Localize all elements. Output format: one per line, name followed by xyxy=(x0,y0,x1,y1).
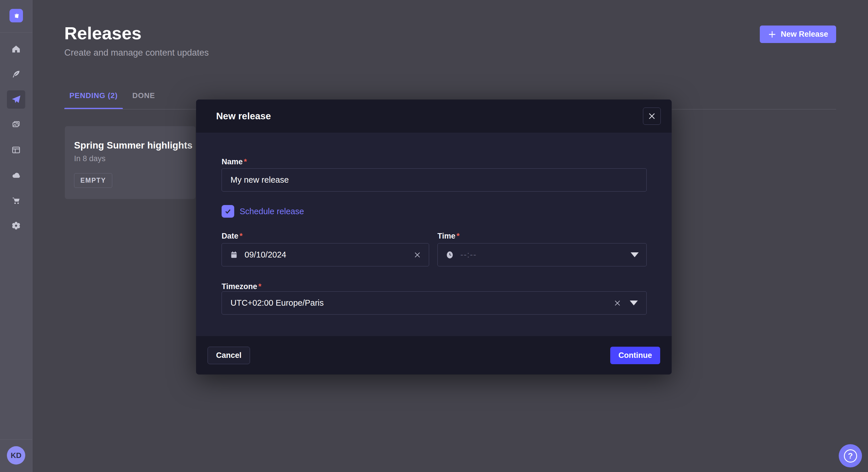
tab-done[interactable]: DONE xyxy=(132,91,155,100)
new-release-button[interactable]: New Release xyxy=(760,26,836,43)
home-icon xyxy=(11,44,21,54)
sidebar-item-deploy[interactable] xyxy=(7,166,25,184)
quill-icon xyxy=(11,70,21,79)
strapi-logo[interactable] xyxy=(9,9,23,22)
sidebar-item-releases[interactable] xyxy=(7,90,25,109)
new-release-modal: New release Name* Schedule release Date*… xyxy=(196,100,672,374)
sidebar-nav xyxy=(0,40,32,235)
page-title: Releases xyxy=(64,23,142,43)
clock-icon xyxy=(445,250,454,259)
modal-header: New release xyxy=(196,100,672,133)
chevron-down-icon xyxy=(630,301,638,305)
calendar-icon xyxy=(229,250,238,259)
cancel-button[interactable]: Cancel xyxy=(208,347,250,364)
required-marker: * xyxy=(457,232,460,240)
name-input[interactable] xyxy=(222,168,647,192)
sidebar-item-settings[interactable] xyxy=(7,216,25,235)
date-picker[interactable]: 09/10/2024 xyxy=(222,243,429,266)
sidebar-divider xyxy=(0,32,32,33)
images-icon xyxy=(11,120,21,129)
new-release-label: New Release xyxy=(781,30,828,39)
release-card-badge: EMPTY xyxy=(74,173,112,188)
schedule-release-row[interactable]: Schedule release xyxy=(222,205,304,217)
timezone-value: UTC+02:00 Europe/Paris xyxy=(230,298,324,308)
sidebar-item-marketplace[interactable] xyxy=(7,191,25,210)
cart-icon xyxy=(11,196,21,205)
help-button[interactable]: ? xyxy=(839,444,862,467)
date-value: 09/10/2024 xyxy=(245,250,286,260)
sidebar-item-content-manager[interactable] xyxy=(7,141,25,159)
time-placeholder: --:-- xyxy=(460,250,477,260)
checkmark-icon xyxy=(224,207,232,215)
layout-icon xyxy=(11,145,21,155)
modal-footer: Cancel Continue xyxy=(196,336,672,374)
sidebar-item-media[interactable] xyxy=(7,115,25,134)
release-card-due: In 8 days xyxy=(74,154,105,163)
clear-date-icon[interactable] xyxy=(414,251,421,259)
schedule-label: Schedule release xyxy=(240,207,304,216)
schedule-checkbox[interactable] xyxy=(222,205,234,217)
timezone-select[interactable]: UTC+02:00 Europe/Paris xyxy=(222,291,647,314)
required-marker: * xyxy=(258,282,261,291)
name-label: Name* xyxy=(222,158,247,166)
question-icon: ? xyxy=(844,449,857,463)
chevron-down-icon xyxy=(631,252,639,257)
avatar-initials: KD xyxy=(11,451,22,460)
timezone-label: Timezone* xyxy=(222,282,261,291)
time-picker[interactable]: --:-- xyxy=(437,243,647,266)
plus-icon xyxy=(768,30,776,39)
user-avatar[interactable]: KD xyxy=(7,446,25,465)
tab-pending[interactable]: PENDING (2) xyxy=(64,91,123,100)
release-card-title: Spring Summer highlights xyxy=(74,140,193,151)
sidebar-item-content[interactable] xyxy=(7,65,25,83)
sidebar-item-home[interactable] xyxy=(7,40,25,58)
continue-button[interactable]: Continue xyxy=(610,347,660,364)
clear-timezone-icon[interactable] xyxy=(614,299,621,307)
release-card[interactable]: Spring Summer highlights In 8 days EMPTY xyxy=(65,126,195,199)
gear-icon xyxy=(11,221,21,231)
sidebar-divider xyxy=(0,439,32,440)
close-icon xyxy=(648,112,656,120)
send-icon xyxy=(11,95,21,104)
time-label: Time* xyxy=(437,232,460,241)
date-label: Date* xyxy=(222,232,243,241)
modal-body: Name* Schedule release Date* Time* 09/10… xyxy=(196,133,672,336)
strapi-logo-icon xyxy=(12,12,20,20)
page-subtitle: Create and manage content updates xyxy=(64,47,209,58)
modal-close-button[interactable] xyxy=(643,107,661,125)
cloud-icon xyxy=(11,171,21,180)
required-marker: * xyxy=(244,158,247,166)
required-marker: * xyxy=(240,232,243,240)
modal-title: New release xyxy=(216,111,271,122)
sidebar: KD xyxy=(0,0,32,472)
